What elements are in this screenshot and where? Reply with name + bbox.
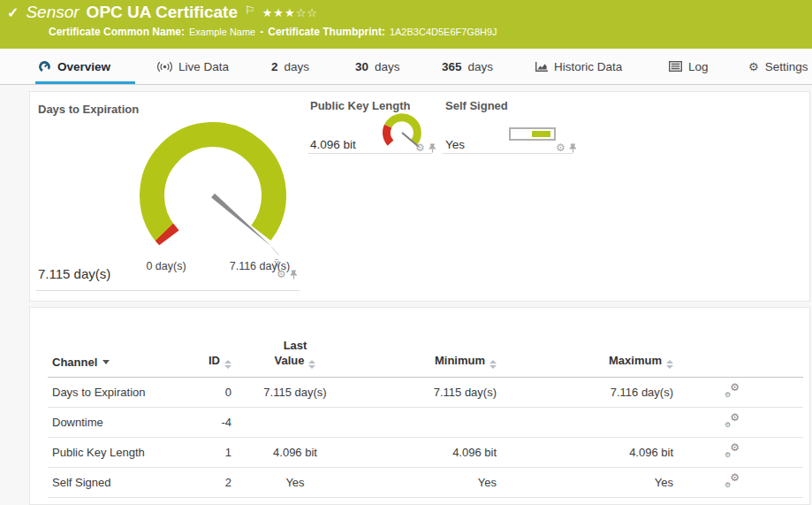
cell-last-value: 4.096 bit [233, 437, 357, 467]
tab-30-days-number: 30 [355, 60, 368, 73]
common-name-label: Certificate Common Name: [49, 26, 185, 38]
cell-actions: ⚙⚙ [675, 377, 803, 407]
sensor-subtitle-row: Certificate Common Name: Example Name - … [49, 26, 497, 38]
self-signed-indicator [509, 127, 556, 141]
sort-icon [666, 360, 673, 369]
pin-icon[interactable] [429, 143, 436, 153]
thumbprint-value: 1A2B3C4D5E6F7G8H9J [390, 27, 497, 37]
gauge-arc-green [152, 134, 274, 236]
stars-empty[interactable]: ☆☆ [296, 6, 318, 19]
gauge-self-signed-value: Yes [445, 138, 465, 151]
edit-channel-gears-icon[interactable]: ⚙⚙ [725, 474, 740, 487]
gauge-tile-actions: ⚙ [415, 142, 436, 153]
sort-icon [308, 360, 315, 369]
gauge-scale-min: 0 day(s) [127, 260, 205, 272]
cell-actions: ⚙⚙ [675, 437, 803, 467]
channels-table: Channel ID LastValue Minimum Maximum Day… [48, 322, 803, 498]
stars-filled[interactable]: ★★★ [262, 6, 296, 19]
tab-settings-label: Settings [765, 60, 808, 73]
cell-maximum: Yes [498, 467, 675, 497]
sensor-header: ✓ Sensor OPC UA Certificate ⚐ ★★★☆☆ Cert… [0, 0, 812, 49]
gauge-days-to-expiration-value: 7.115 day(s) [38, 266, 110, 281]
priority-stars[interactable]: ★★★☆☆ [262, 6, 318, 19]
channel-settings-gear-icon[interactable]: ⚙ [277, 269, 286, 279]
gauge-public-key-length-value: 4.096 bit [310, 138, 356, 151]
pin-icon[interactable] [569, 143, 577, 153]
tab-30-days[interactable]: 30 days [355, 49, 400, 84]
table-row: Public Key Length 1 4.096 bit 4.096 bit … [48, 437, 803, 467]
gauge-arc-red [386, 126, 391, 143]
live-data-icon [157, 61, 172, 73]
edit-channel-gears-icon[interactable]: ⚙⚙ [725, 444, 740, 457]
cell-maximum: 7.116 day(s) [498, 377, 675, 407]
tab-2-days-unit: days [285, 60, 310, 73]
header-channel[interactable]: Channel [48, 322, 189, 377]
tile-divider [36, 290, 300, 291]
gauge-arc-green [388, 118, 417, 142]
tab-2-days-number: 2 [271, 60, 278, 73]
area-chart-icon [535, 61, 548, 73]
cell-actions: ⚙⚙ [675, 467, 803, 497]
cell-channel: Downtime [48, 407, 189, 437]
thumbprint-label: Certificate Thumbprint: [268, 26, 385, 38]
log-list-icon [669, 61, 682, 72]
gauge-tile-actions: ⚙ [556, 142, 577, 153]
header-last-value[interactable]: LastValue [233, 322, 357, 377]
gauges-panel: Days to Expiration x̄ 0 day(s) 7.116 day… [29, 91, 810, 302]
cell-id: 1 [189, 437, 233, 467]
tab-log[interactable]: Log [669, 49, 709, 84]
priority-flag-icon[interactable]: ⚐ [245, 4, 255, 17]
tab-historic-data[interactable]: Historic Data [535, 49, 622, 84]
object-kind-label: Sensor [26, 3, 79, 22]
cell-minimum: Yes [357, 467, 498, 497]
cell-id: 2 [189, 467, 233, 497]
cell-channel: Self Signed [48, 467, 189, 497]
channel-settings-gear-icon[interactable]: ⚙ [415, 142, 425, 153]
common-name-value: Example Name [189, 27, 255, 37]
sensor-page: ✓ Sensor OPC UA Certificate ⚐ ★★★☆☆ Cert… [0, 0, 812, 505]
tab-overview[interactable]: Overview [38, 49, 110, 84]
cell-maximum: 4.096 bit [498, 437, 675, 467]
sort-icon [489, 360, 497, 369]
gauge-tile-actions: ⚙ [277, 269, 298, 279]
gauge-icon [38, 60, 51, 73]
channels-panel: Channel ID LastValue Minimum Maximum Day… [29, 307, 810, 505]
tab-365-days-number: 365 [442, 60, 462, 73]
cell-minimum [357, 407, 498, 437]
channel-settings-gear-icon[interactable]: ⚙ [556, 142, 565, 153]
table-row: Downtime -4 ⚙⚙ [48, 407, 803, 437]
header-actions [675, 322, 803, 377]
tab-settings[interactable]: ⚙ Settings [748, 49, 808, 84]
tab-live-data[interactable]: Live Data [157, 49, 229, 84]
header-id[interactable]: ID [189, 322, 233, 377]
settings-gear-icon: ⚙ [748, 60, 759, 73]
cell-minimum: 7.115 day(s) [357, 377, 498, 407]
cell-channel: Public Key Length [48, 437, 189, 467]
table-header-row: Channel ID LastValue Minimum Maximum [48, 322, 803, 377]
cell-minimum: 4.096 bit [357, 437, 498, 467]
page-title: OPC UA Certificate [87, 3, 238, 22]
gauge-self-signed-title: Self Signed [445, 99, 508, 112]
cell-id: 0 [189, 377, 233, 407]
tile-divider [443, 153, 573, 154]
tab-365-days[interactable]: 365 days [442, 49, 493, 84]
edit-channel-gears-icon[interactable]: ⚙⚙ [725, 384, 740, 397]
sort-desc-icon [102, 360, 110, 364]
cell-channel: Days to Expiration [48, 377, 189, 407]
header-minimum[interactable]: Minimum [357, 322, 498, 377]
active-tab-underline [35, 81, 135, 84]
status-up-check-icon: ✓ [7, 4, 19, 21]
gauge-mean-line [272, 248, 279, 256]
self-signed-indicator-on-block [532, 131, 550, 137]
cell-last-value: 7.115 day(s) [233, 377, 357, 407]
gauge-threshold-red-tick [164, 233, 170, 238]
tab-2-days[interactable]: 2 days [271, 49, 309, 84]
cell-last-value: Yes [233, 467, 357, 497]
pin-icon[interactable] [290, 270, 298, 279]
tab-365-days-unit: days [468, 60, 494, 73]
cell-last-value [233, 407, 357, 437]
sensor-title-row: ✓ Sensor OPC UA Certificate ⚐ ★★★☆☆ [7, 3, 318, 22]
header-maximum[interactable]: Maximum [498, 322, 675, 377]
tab-log-label: Log [688, 60, 709, 73]
edit-channel-gears-icon[interactable]: ⚙⚙ [725, 414, 740, 427]
